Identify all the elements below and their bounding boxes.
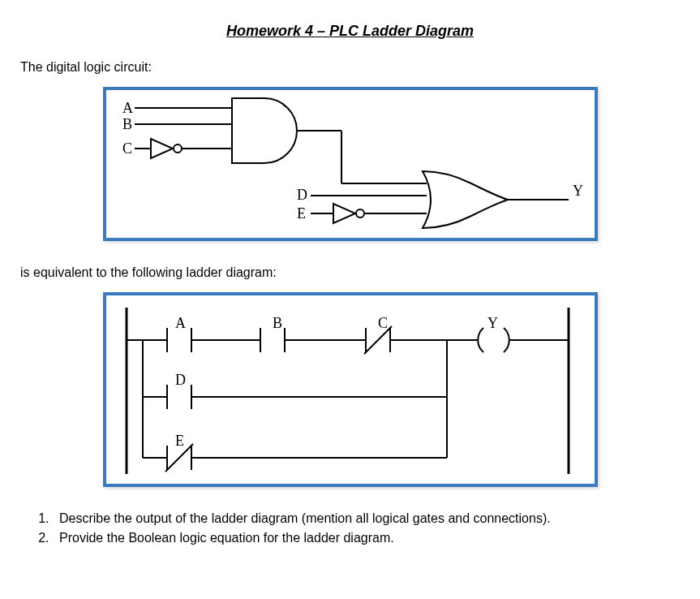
label-E: E [297, 205, 306, 222]
label-B: B [122, 116, 132, 132]
label-C: C [122, 140, 132, 157]
svg-point-10 [356, 209, 364, 218]
questions-list: Describe the output of the ladder diagra… [20, 511, 680, 545]
ladder-label-C: C [378, 315, 388, 331]
ladder-label-Y: Y [487, 315, 498, 331]
intro-text: The digital logic circuit: [20, 60, 680, 75]
page-title: Homework 4 – PLC Ladder Diagram [20, 23, 680, 40]
question-2: Provide the Boolean logic equation for t… [53, 531, 680, 545]
label-A: A [122, 100, 133, 116]
label-Y: Y [573, 183, 583, 199]
svg-point-3 [174, 144, 182, 153]
ladder-label-A: A [175, 315, 186, 331]
equivalent-text: is equivalent to the following ladder di… [20, 265, 680, 280]
question-1: Describe the output of the ladder diagra… [53, 511, 680, 526]
ladder-label-B: B [273, 315, 282, 331]
logic-circuit-diagram: A B C D E Y [103, 87, 598, 241]
label-D: D [297, 187, 307, 203]
ladder-label-D: D [175, 372, 186, 388]
ladder-label-E: E [175, 433, 184, 449]
ladder-diagram: A B C Y D E [103, 292, 598, 487]
